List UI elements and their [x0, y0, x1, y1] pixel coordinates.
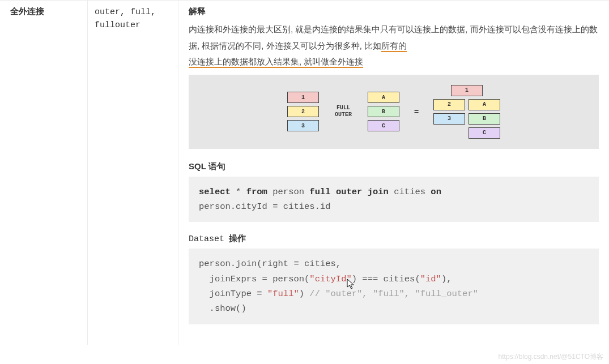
ds-l3a: joinType = — [199, 289, 267, 299]
diagram-cell: 3 — [433, 113, 465, 125]
kw-from: from — [246, 187, 267, 197]
ds-l2c: ), — [441, 274, 452, 284]
join-diagram: 1 2 3 FULL OUTER A B C = 1 2 A — [189, 75, 599, 149]
ds-l1: person.join(right = cities, — [199, 259, 341, 269]
diagram-cell: A — [368, 92, 399, 103]
diagram-cell: 1 — [287, 92, 319, 103]
diagram-result: 1 2 A 3 B C — [433, 85, 500, 139]
diagram-cell: C — [368, 120, 399, 131]
txt: * — [231, 187, 246, 197]
dataset-mono: Dataset — [189, 234, 224, 244]
sql-line2: person.cityId = cities.id — [199, 202, 331, 212]
kw-full: full — [309, 187, 330, 197]
section-title-explain: 解释 — [189, 6, 599, 17]
row-label: 全外连接 — [0, 1, 88, 345]
diagram-cell: B — [368, 106, 399, 117]
ds-l3s: "full" — [267, 289, 299, 299]
diagram-operator: FULL OUTER — [331, 105, 355, 118]
diagram-cell: 1 — [451, 85, 483, 96]
ds-comment: // "outer", "full", "full_outer" — [309, 289, 478, 299]
table-row: 全外连接 outer, full, fullouter 解释 内连接和外连接的最… — [0, 0, 609, 345]
op-line1: FULL — [337, 105, 350, 111]
diagram-cell: B — [469, 113, 500, 125]
diagram-right-set: A B C — [368, 92, 399, 131]
ds-l2a: joinExprs = person( — [199, 274, 309, 284]
sql-code-block: select * from person full outer join cit… — [189, 177, 599, 222]
dataset-rest: 操作 — [227, 233, 246, 243]
kw-on: on — [431, 187, 441, 197]
section-title-sql: SQL 语句 — [189, 161, 599, 172]
op-line2: OUTER — [335, 112, 352, 118]
diagram-cell: 2 — [433, 99, 465, 110]
ds-l2s1: "cityId" — [309, 274, 351, 284]
diagram-cell: 2 — [287, 106, 319, 117]
section-title-dataset: Dataset 操作 — [189, 233, 599, 244]
kw-join: join — [368, 187, 389, 197]
txt: person — [267, 187, 309, 197]
equals-sign: = — [412, 107, 421, 116]
content-cell: 解释 内连接和外连接的最大区别, 就是内连接的结果集中只有可以连接上的数据, 而… — [178, 1, 609, 345]
desc-underline-1: 所有的 — [381, 41, 407, 52]
diagram-cell: 3 — [287, 120, 319, 131]
diagram-left-set: 1 2 3 — [287, 92, 319, 131]
desc-underline-2: 没连接上的数据都放入结果集, 就叫做全外连接 — [189, 57, 363, 68]
watermark-text: https://blog.csdn.net/@51CTO博客 — [499, 352, 603, 362]
description-text: 内连接和外连接的最大区别, 就是内连接的结果集中只有可以连接上的数据, 而外连接… — [189, 22, 599, 70]
keywords-cell: outer, full, fullouter — [88, 1, 178, 345]
diagram-cell: C — [469, 127, 500, 139]
txt — [362, 187, 367, 197]
kw-outer: outer — [336, 187, 363, 197]
ds-l4: .show() — [199, 303, 246, 314]
kw-select: select — [199, 187, 231, 197]
ds-l2s2: "id" — [420, 274, 441, 284]
diagram-cell: A — [469, 99, 500, 110]
ds-l3b: ) — [299, 289, 310, 299]
ds-l2b: ) === cities( — [352, 274, 420, 284]
txt: cities — [389, 187, 431, 197]
txt — [331, 187, 336, 197]
dataset-code-block: person.join(right = cities, joinExprs = … — [189, 249, 599, 324]
